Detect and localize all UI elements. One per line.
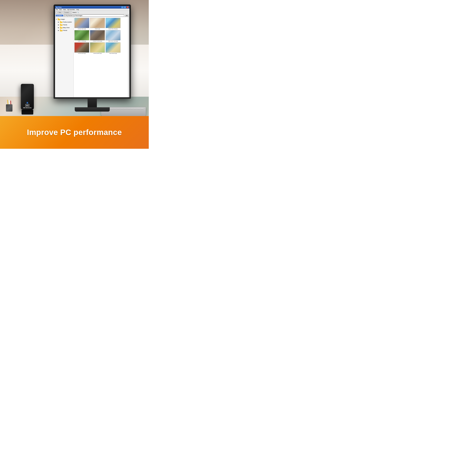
thumb-label-chloe: chloe1.jpg xyxy=(90,28,105,29)
monitor: My Files ─ □ ✕ File Edit View My Favorit… xyxy=(53,4,131,112)
address-input[interactable]: E:\My Backed Up Files\Images xyxy=(64,15,124,17)
thumb-image-sadie xyxy=(74,30,89,40)
thumb-image-maui-beach xyxy=(106,42,120,53)
key xyxy=(140,108,144,109)
go-button[interactable]: GO xyxy=(125,15,129,17)
thumb-image-europe xyxy=(74,18,89,28)
monitor-bezel: My Files ─ □ ✕ File Edit View My Favorit… xyxy=(53,4,131,99)
menu-help[interactable]: Help xyxy=(76,9,79,10)
close-button[interactable]: ✕ xyxy=(126,6,129,8)
monitor-neck xyxy=(87,99,97,107)
wd-external-drive: WD WD Elements xyxy=(21,84,34,115)
thumb-label-beach-kite: beach-kite-day.jpg xyxy=(106,28,120,29)
thumb-image-hello-maui xyxy=(106,30,120,40)
monitor-screen: My Files ─ □ ✕ File Edit View My Favorit… xyxy=(55,6,129,97)
thumb-label-central-park: central-park.jpg xyxy=(74,53,89,54)
tree-label-baby-chloe: Baby Chloe xyxy=(63,27,69,28)
folder-icon xyxy=(60,21,63,23)
tree-label-friends2: Friends xyxy=(63,30,67,31)
tree-item-family-vacation[interactable]: ▶ Family vacation xyxy=(56,21,73,23)
file-thumb-beach-kite[interactable]: beach-kite-day.jpg xyxy=(106,18,120,29)
file-thumb-europe[interactable]: europe-day1.jpg xyxy=(74,18,89,29)
folder-icon xyxy=(60,29,63,32)
folder-icon xyxy=(60,24,63,26)
back-button[interactable]: << Back xyxy=(56,11,63,14)
thumb-image-central-park2 xyxy=(90,42,105,53)
file-thumb-newport[interactable]: newport winery.jpg xyxy=(90,30,105,42)
explorer-body: ▼ Images ▶ Family vacation ▶ Fr xyxy=(55,17,129,97)
menu-file[interactable]: File xyxy=(56,9,58,10)
drive-led xyxy=(27,102,28,103)
folder-icon xyxy=(58,18,60,20)
drive-label: WD WD Elements xyxy=(23,104,32,108)
maximize-button[interactable]: □ xyxy=(124,6,126,8)
folder-icon xyxy=(60,27,63,29)
address-label: Location: xyxy=(56,15,63,16)
thumb-image-chloe xyxy=(90,18,105,28)
pencil-cup xyxy=(6,104,13,115)
toolbar: << Back Forward >> Search 🔍 xyxy=(55,11,129,14)
file-thumb-sadie[interactable]: sadie-in-field.jpg xyxy=(74,30,89,42)
drive-base xyxy=(22,110,33,115)
grid-row-2: sadie-in-field.jpg newport winery.jpg he… xyxy=(74,30,129,42)
menu-favorites[interactable]: My Favorites xyxy=(67,9,75,10)
tree-arrow: ▶ xyxy=(58,21,60,23)
thumb-image-central-park xyxy=(74,42,89,53)
menu-bar: File Edit View My Favorites Help xyxy=(55,9,129,11)
tree-item-baby-chloe[interactable]: ▶ Baby Chloe xyxy=(56,26,73,29)
file-explorer: My Files ─ □ ✕ File Edit View My Favorit… xyxy=(55,6,129,97)
cup-body xyxy=(6,104,13,112)
file-thumb-chloe[interactable]: chloe1.jpg xyxy=(90,18,105,29)
menu-edit[interactable]: Edit xyxy=(59,9,62,10)
grid-row-1: europe-day1.jpg chloe1.jpg beach-kite-da… xyxy=(74,18,129,29)
window-title: My Files xyxy=(56,6,62,8)
thumb-label-europe: europe-day1.jpg xyxy=(74,28,89,29)
drive-model-text: WD Elements xyxy=(23,107,32,108)
monitor-stand xyxy=(75,107,110,112)
tree-arrow: ▶ xyxy=(58,24,60,26)
file-tree-sidebar: ▼ Images ▶ Family vacation ▶ Fr xyxy=(55,17,74,97)
forward-button[interactable]: Forward >> xyxy=(63,11,72,14)
thumb-label-hello-maui: hello-from-maui.jpg xyxy=(106,41,120,42)
tree-arrow: ▶ xyxy=(58,27,60,28)
tree-arrow: ▼ xyxy=(56,18,57,20)
search-icon[interactable]: 🔍 xyxy=(77,12,79,13)
file-thumb-hello-maui[interactable]: hello-from-maui.jpg xyxy=(106,30,120,42)
file-thumb-central-park[interactable]: central-park.jpg xyxy=(74,42,89,54)
file-thumb-maui-beach[interactable]: maui-beach.jpg xyxy=(106,42,120,54)
thumb-label-central-park2: central-park2.jpg xyxy=(90,53,105,54)
title-bar-buttons: ─ □ ✕ xyxy=(121,6,129,8)
tree-item-friends-1[interactable]: ▶ Friends xyxy=(56,23,73,26)
thumb-label-sadie: sadie-in-field.jpg xyxy=(74,41,89,42)
search-label: Search xyxy=(72,12,76,13)
key xyxy=(137,108,140,109)
tree-label-family: Family vacation xyxy=(63,21,72,23)
file-thumb-central-park2[interactable]: central-park2.jpg xyxy=(90,42,105,54)
scrollbar[interactable] xyxy=(128,17,129,97)
thumb-label-maui-beach: maui-beach.jpg xyxy=(106,53,120,54)
tree-item-friends-2[interactable]: ▶ Friends xyxy=(56,29,73,32)
tree-item-images[interactable]: ▼ Images xyxy=(56,18,73,21)
drive-body: WD WD Elements xyxy=(21,84,34,110)
thumb-image-newport xyxy=(90,30,105,40)
tree-arrow: ▶ xyxy=(58,30,60,31)
grid-row-3: central-park.jpg central-park2.jpg maui-… xyxy=(74,42,129,54)
file-grid: europe-day1.jpg chloe1.jpg beach-kite-da… xyxy=(74,17,129,97)
tree-label-friends1: Friends xyxy=(63,24,67,25)
menu-view[interactable]: View xyxy=(63,9,66,10)
thumb-image-beach-kite xyxy=(106,18,120,28)
address-bar: Location: E:\My Backed Up Files\Images G… xyxy=(55,14,129,17)
minimize-button[interactable]: ─ xyxy=(121,6,123,8)
banner-text: Improve PC performance xyxy=(27,128,122,137)
wd-logo: WD xyxy=(25,104,29,107)
thumb-label-newport: newport winery.jpg xyxy=(90,41,105,42)
orange-banner: Improve PC performance xyxy=(0,116,149,149)
key xyxy=(134,108,137,109)
title-bar: My Files ─ □ ✕ xyxy=(55,6,129,9)
tree-label-images: Images xyxy=(61,18,65,20)
